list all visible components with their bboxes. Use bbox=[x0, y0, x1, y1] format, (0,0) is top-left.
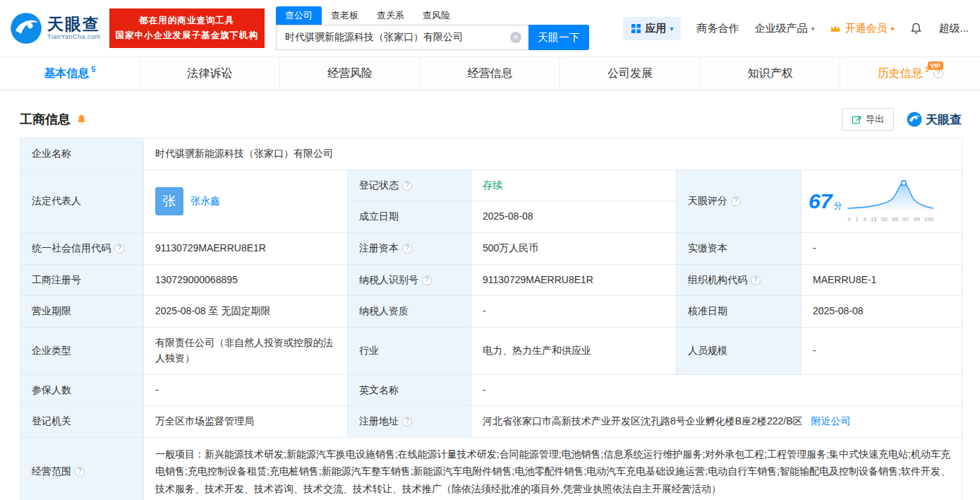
table-row: 企业类型 有限责任公司（非自然人投资或控股的法人独资） 行业 电力、热力生产和供… bbox=[20, 328, 962, 374]
tab-count: 5 bbox=[91, 65, 95, 73]
search-tab-risk[interactable]: 查风险 bbox=[413, 6, 459, 25]
apps-label: 应用 bbox=[645, 22, 666, 35]
score-unit: 分 bbox=[833, 201, 842, 210]
field-label-insured: 参保人数 bbox=[20, 374, 144, 406]
apps-grid-icon bbox=[631, 23, 641, 34]
tab-label: 经营信息 bbox=[468, 66, 513, 81]
field-label-taxpayer-id: 纳税人识别号? bbox=[348, 264, 471, 296]
menu-cooperation[interactable]: 商务合作 bbox=[696, 22, 739, 35]
score-value: 67 bbox=[809, 189, 832, 213]
table-row: 法定代表人 张 张永鑫 登记状态? 存续 天眼评分? 67分 bbox=[20, 169, 962, 201]
field-value-company-name: 时代骐骥新能源科技（张家口）有限公司 bbox=[144, 138, 962, 170]
tab-label: 基本信息 bbox=[44, 66, 89, 81]
field-value-org-code: MAERRU8E-1 bbox=[801, 264, 962, 296]
logo-icon bbox=[10, 12, 42, 44]
field-value-score: 67分 bbox=[801, 169, 962, 232]
tab-intellectual-property[interactable]: 知识产权 bbox=[700, 57, 840, 90]
search-input[interactable] bbox=[276, 25, 528, 50]
search-tab-boss[interactable]: 查老板 bbox=[322, 6, 368, 25]
field-value-establish-date: 2025-08-08 bbox=[471, 201, 677, 233]
field-value-taxpayer-quality: - bbox=[471, 296, 677, 328]
help-icon[interactable]: ? bbox=[933, 69, 943, 78]
tab-label: 公司发展 bbox=[607, 66, 653, 81]
business-info-table: 企业名称 时代骐骥新能源科技（张家口）有限公司 法定代表人 张 张永鑫 登记状态… bbox=[20, 138, 962, 500]
avatar[interactable]: 张 bbox=[155, 187, 183, 215]
field-label-reg-number: 工商注册号 bbox=[20, 264, 144, 296]
chevron-down-icon: ▾ bbox=[811, 25, 814, 32]
field-label-approval-date: 核准日期 bbox=[677, 296, 801, 328]
promo-line-1: 都在用的商业查询工具 bbox=[116, 13, 259, 28]
help-icon[interactable]: ? bbox=[402, 244, 412, 254]
field-value-reg-status: 存续 bbox=[471, 169, 677, 201]
field-value-approval-date: 2025-08-08 bbox=[801, 296, 962, 328]
tab-operating-risk[interactable]: 经营风险 bbox=[279, 57, 420, 90]
field-label-score: 天眼评分? bbox=[677, 169, 801, 232]
crown-icon bbox=[830, 24, 841, 33]
search-tab-relation[interactable]: 查关系 bbox=[368, 6, 413, 25]
field-label-staff-size: 人员规模 bbox=[677, 328, 801, 374]
help-icon[interactable]: ? bbox=[75, 467, 85, 477]
search-button[interactable]: 天眼一下 bbox=[528, 25, 589, 50]
tab-operating-info[interactable]: 经营信息 bbox=[420, 57, 560, 90]
table-row: 参保人数 - 英文名称 - bbox=[20, 374, 962, 406]
search-tab-company[interactable]: 查公司 bbox=[276, 6, 322, 25]
field-value-business-term: 2025-08-08 至 无固定期限 bbox=[144, 296, 348, 328]
clear-icon[interactable]: ✕ bbox=[510, 32, 521, 43]
field-label-reg-authority: 登记机关 bbox=[20, 406, 144, 438]
field-value-business-scope: 一般项目：新兴能源技术研发;新能源汽车换电设施销售;在线能源计量技术研发;合同能… bbox=[144, 437, 962, 500]
field-value-insured: - bbox=[144, 374, 348, 406]
help-icon[interactable]: ? bbox=[114, 244, 124, 254]
field-value-company-type: 有限责任公司（非自然人投资或控股的法人独资） bbox=[144, 328, 348, 374]
nearby-companies-link[interactable]: 附近公司 bbox=[811, 415, 850, 427]
logo-icon bbox=[907, 112, 922, 127]
notification-bell[interactable] bbox=[909, 22, 923, 35]
field-label-business-term: 营业期限 bbox=[20, 296, 144, 328]
logo-subtitle: TianYanCha.com bbox=[47, 34, 101, 41]
field-value-industry: 电力、热力生产和供应业 bbox=[471, 328, 677, 374]
field-label-legal-rep: 法定代表人 bbox=[20, 169, 144, 232]
bell-icon bbox=[909, 22, 923, 35]
help-icon[interactable]: ? bbox=[731, 196, 741, 206]
field-value-reg-number: 130729000068895 bbox=[144, 264, 348, 296]
tab-label: 知识产权 bbox=[748, 66, 793, 81]
score-curve-icon bbox=[847, 179, 933, 210]
field-label-industry: 行业 bbox=[348, 328, 471, 374]
legal-rep-link[interactable]: 张永鑫 bbox=[190, 194, 220, 209]
header-menu: 应用 ▾ 商务合作 企业级产品 ▾ 开通会员 ▾ 超级... bbox=[623, 17, 969, 40]
field-value-reg-authority: 万全区市场监督管理局 bbox=[144, 406, 348, 438]
tianyancha-logo[interactable]: 天眼查 TianYanCha.com bbox=[10, 12, 101, 44]
score-number: 67分 bbox=[809, 185, 842, 218]
promo-banner: 都在用的商业查询工具 国家中小企业发展子基金旗下机构 bbox=[109, 8, 265, 49]
address-text: 河北省张家口市高新技术产业开发区沈孔路8号企业孵化楼B座2楼222/B区 bbox=[483, 415, 803, 427]
table-row: 统一社会信用代码? 91130729MAERRU8E1R 注册资本? 500万人… bbox=[20, 233, 962, 265]
tab-company-development[interactable]: 公司发展 bbox=[559, 57, 700, 90]
field-label-english-name: 英文名称 bbox=[348, 374, 471, 406]
subscribe-bell-icon[interactable] bbox=[75, 114, 87, 126]
help-icon[interactable]: ? bbox=[751, 275, 761, 285]
chevron-down-icon: ▾ bbox=[890, 25, 894, 32]
status-badge: 存续 bbox=[483, 179, 502, 191]
enterprise-label: 企业级产品 bbox=[754, 22, 807, 35]
field-value-english-name: - bbox=[471, 374, 962, 406]
tab-legal-proceedings[interactable]: 法律诉讼 bbox=[140, 57, 280, 90]
apps-menu[interactable]: 应用 ▾ bbox=[623, 17, 681, 40]
section-title-wrap: 工商信息 bbox=[20, 111, 87, 128]
tab-basic-info[interactable]: 基本信息5 bbox=[0, 57, 140, 90]
field-label-address: 注册地址? bbox=[348, 406, 471, 438]
export-button[interactable]: 导出 bbox=[842, 108, 894, 131]
super-vip-label: 超级... bbox=[938, 22, 969, 35]
company-nav-tabs: 基本信息5 法律诉讼 经营风险 经营信息 公司发展 知识产权 VIP 历史信息1… bbox=[0, 56, 980, 90]
help-icon[interactable]: ? bbox=[402, 181, 412, 191]
field-label-org-code: 组织机构代码? bbox=[677, 264, 801, 296]
menu-super-vip[interactable]: 超级... bbox=[938, 22, 969, 35]
tab-count: 1 bbox=[925, 65, 929, 73]
help-icon[interactable]: ? bbox=[422, 275, 432, 285]
tab-label: 经营风险 bbox=[327, 66, 373, 81]
tab-history-info[interactable]: VIP 历史信息1 ? bbox=[840, 57, 980, 90]
cooperation-label: 商务合作 bbox=[696, 22, 739, 35]
score-curve-chart: 0131550859799100 bbox=[847, 179, 933, 224]
menu-enterprise[interactable]: 企业级产品 ▾ bbox=[754, 22, 814, 35]
field-value-staff-size: - bbox=[801, 328, 962, 374]
menu-vip[interactable]: 开通会员 ▾ bbox=[830, 22, 894, 35]
help-icon[interactable]: ? bbox=[402, 417, 412, 427]
